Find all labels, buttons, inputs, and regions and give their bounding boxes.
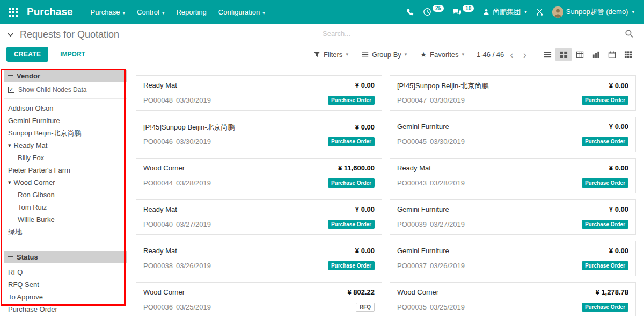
vendor-tree-item[interactable]: ▾ Wood Corner: [3, 176, 128, 189]
calendar-view-icon: [608, 51, 616, 59]
search-icon[interactable]: [625, 29, 634, 38]
create-button[interactable]: CREATE: [6, 47, 48, 62]
vendor-tree-item[interactable]: ▾ Ron Gibson: [3, 189, 128, 201]
card-vendor-name: Ready Mat: [143, 205, 177, 213]
phone-button[interactable]: [402, 5, 419, 19]
kanban-grid: Ready Mat ¥ 0.00 PO00048 03/30/2019 Purc…: [136, 75, 636, 316]
card-reference: PO00039: [397, 220, 427, 228]
status-list-item[interactable]: Purchase Order: [3, 303, 128, 315]
card-date: 03/30/2019: [430, 138, 465, 146]
pager-next-button[interactable]: ›: [519, 49, 530, 60]
purchase-order-card[interactable]: Gemini Furniture ¥ 0.00 PO00037 03/26/20…: [390, 241, 636, 276]
vendor-tree-item[interactable]: ▾ Sunpop Beijin-北京尚鹏: [3, 127, 128, 139]
purchase-order-card[interactable]: Wood Corner ¥ 1,278.78 PO00035 03/25/201…: [390, 282, 636, 316]
vendor-tree-item-label: Ron Gibson: [18, 189, 55, 201]
vendor-tree-item[interactable]: ▾ Gemini Furniture: [3, 114, 128, 127]
company-icon: [482, 8, 490, 16]
card-reference: PO00043: [397, 179, 427, 187]
status-list-item[interactable]: RFQ: [3, 266, 128, 278]
menu-item[interactable]: Reporting▾: [170, 3, 212, 21]
purchase-order-card[interactable]: Ready Mat ¥ 0.00 PO00040 03/27/2019 Purc…: [136, 199, 382, 235]
card-amount: ¥ 1,278.78: [596, 288, 628, 296]
pager-previous-button[interactable]: ‹: [506, 49, 517, 60]
status-badge: Purchase Order: [328, 96, 375, 105]
app-brand[interactable]: Purchase: [27, 6, 73, 18]
status-list-item[interactable]: To Approve: [3, 291, 128, 303]
messages-button[interactable]: 10: [448, 5, 478, 19]
status-badge: Purchase Order: [328, 178, 375, 188]
vendor-tree-item[interactable]: ▾ Addison Olson: [3, 102, 128, 114]
caret-down-icon: ▾: [162, 10, 165, 16]
user-menu[interactable]: Sunpop超管 (demo) ▾: [548, 3, 639, 21]
star-icon: ★: [420, 51, 427, 59]
user-name: Sunpop超管 (demo): [566, 7, 628, 17]
caret-down-icon: ▾: [262, 10, 265, 16]
caret-down-icon[interactable]: ▾: [8, 139, 11, 152]
purchase-order-card[interactable]: Wood Corner ¥ 11,600.00 PO00044 03/28/20…: [136, 158, 382, 193]
pager: 1-46 / 46 ‹ ›: [477, 49, 530, 60]
import-button[interactable]: IMPORT: [57, 50, 89, 59]
breadcrumb[interactable]: Requests for Quotation: [6, 29, 119, 40]
purchase-order-card[interactable]: Ready Mat ¥ 0.00 PO00038 03/26/2019 Purc…: [136, 241, 382, 276]
purchase-order-card[interactable]: [P!45]Sunpop Beijin-北京尚鹏 ¥ 0.00 PO00046 …: [136, 117, 382, 152]
tools-button[interactable]: [531, 5, 548, 19]
list-view-button[interactable]: [539, 48, 555, 61]
card-vendor-name: Ready Mat: [143, 81, 177, 89]
favorites-dropdown[interactable]: ★ Favorites ▾: [417, 50, 467, 59]
card-date: 03/25/2019: [176, 303, 211, 311]
menu-item[interactable]: Control▾: [131, 3, 170, 21]
card-vendor-name: Wood Corner: [143, 288, 185, 296]
card-amount: ¥ 0.00: [609, 247, 628, 255]
vendor-tree-item[interactable]: ▾ Pieter Parter's Farm: [3, 164, 128, 176]
kanban-view-button[interactable]: [555, 48, 572, 61]
calendar-view-button[interactable]: [604, 48, 620, 61]
menu-item[interactable]: Configuration▾: [213, 3, 271, 21]
card-reference: PO00047: [397, 96, 427, 104]
purchase-order-card[interactable]: Gemini Furniture ¥ 0.00 PO00045 03/30/20…: [390, 117, 636, 152]
search-input[interactable]: [321, 29, 625, 38]
graph-view-icon: [592, 51, 600, 59]
status-badge: Purchase Order: [582, 261, 628, 270]
vendor-section-header[interactable]: Vendor: [4, 70, 127, 82]
purchase-order-card[interactable]: Ready Mat ¥ 0.00 PO00043 03/28/2019 Purc…: [390, 158, 636, 193]
company-menu[interactable]: 尚鹏集团 ▾: [478, 4, 531, 20]
pivot-view-button[interactable]: [572, 48, 588, 61]
caret-down-icon[interactable]: ▾: [8, 176, 11, 189]
status-header-label: Status: [17, 253, 38, 261]
card-vendor-name: Gemini Furniture: [397, 205, 449, 213]
card-date: 03/28/2019: [430, 179, 465, 187]
card-vendor-name: Wood Corner: [143, 164, 185, 172]
graph-view-button[interactable]: [588, 48, 604, 61]
filters-dropdown[interactable]: Filters ▾: [310, 50, 352, 59]
status-list-item-label: To Approve: [8, 291, 43, 303]
purchase-order-card[interactable]: Wood Corner ¥ 802.22 PO00036 03/25/2019 …: [136, 282, 382, 316]
status-list-item[interactable]: RFQ Sent: [3, 278, 128, 291]
card-amount: ¥ 802.22: [347, 288, 375, 296]
status-list-item-label: RFQ: [8, 266, 23, 278]
top-navbar: Purchase Purchase▾Control▾Reporting▾Conf…: [0, 0, 644, 24]
purchase-order-card[interactable]: [P!45]Sunpop Beijin-北京尚鹏 ¥ 0.00 PO00047 …: [390, 75, 636, 111]
activities-button[interactable]: 25: [419, 4, 448, 19]
status-section-header[interactable]: Status: [4, 251, 127, 263]
collapse-icon: [8, 75, 13, 76]
card-amount: ¥ 0.00: [355, 205, 375, 213]
vendor-tree-item[interactable]: ▾ Willie Burke: [3, 213, 128, 226]
purchase-order-card[interactable]: Ready Mat ¥ 0.00 PO00048 03/30/2019 Purc…: [136, 75, 382, 111]
card-amount: ¥ 0.00: [609, 123, 628, 131]
vendor-tree-item[interactable]: ▾ Billy Fox: [3, 152, 128, 164]
activity-view-button[interactable]: [620, 48, 636, 61]
show-child-nodes-toggle[interactable]: ✓ Show Child Nodes Data: [4, 82, 127, 99]
company-name: 尚鹏集团: [493, 7, 521, 17]
menu-item[interactable]: Purchase▾: [85, 3, 131, 21]
checkbox-checked-icon[interactable]: ✓: [8, 87, 14, 93]
menu-item-label: Configuration: [218, 8, 260, 16]
pivot-view-icon: [576, 51, 584, 59]
vendor-tree-item[interactable]: ▾ Ready Mat: [3, 139, 128, 152]
vendor-tree-item[interactable]: ▾ Tom Ruiz: [3, 201, 128, 213]
user-avatar: [552, 6, 564, 18]
purchase-order-card[interactable]: Gemini Furniture ¥ 0.00 PO00039 03/27/20…: [390, 199, 636, 235]
card-date: 03/30/2019: [176, 138, 211, 146]
vendor-tree-item[interactable]: ▾ 绿地: [3, 226, 128, 238]
apps-menu-button[interactable]: [3, 2, 23, 21]
groupby-dropdown[interactable]: Group By ▾: [358, 50, 410, 59]
